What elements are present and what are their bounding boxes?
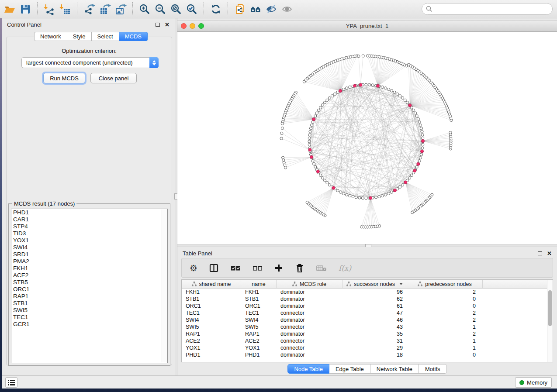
list-item[interactable]: SRD1 [11,251,167,258]
add-column-icon[interactable] [274,261,283,275]
open-session-icon[interactable] [2,2,17,17]
tab-edge-table[interactable]: Edge Table [329,364,370,374]
close-panel-icon[interactable]: ✕ [165,22,170,28]
tab-style[interactable]: Style [67,32,92,41]
column-label: shared name [199,281,231,287]
hide-selected-icon[interactable] [263,2,279,17]
export-image-icon[interactable] [113,2,128,17]
cell-predecessors: 2 [407,331,483,337]
cell-successors: 18 [343,352,407,358]
table-settings-icon[interactable]: ⚙ [190,261,197,275]
list-item[interactable]: GCR1 [11,321,167,328]
cell-name: SWI5 [241,324,277,330]
memory-status-icon [519,380,524,385]
cell-name: RAP1 [241,331,277,337]
column-header-predecessor-nodes[interactable]: predecessor nodes [407,280,483,288]
table-row[interactable]: PHD1PHD1dominator180 [182,351,553,358]
scrollbar-thumb[interactable] [548,290,552,326]
criterion-value: largest connected component (undirected) [22,59,149,66]
table-row[interactable]: ORC1ORC1dominator610 [182,303,553,309]
table-row[interactable]: SWI4SWI4dominator462 [182,316,553,323]
list-item[interactable]: TID3 [11,230,167,237]
unselect-all-rows-icon[interactable] [253,261,263,275]
tab-select[interactable]: Select [92,32,119,41]
table-toolbar: ⚙ f(x) [181,258,553,278]
show-all-icon[interactable] [279,2,295,17]
new-network-from-selection-icon[interactable] [232,2,248,17]
column-header-mcds-role[interactable]: MCDS role [277,280,343,288]
control-panel-title: Control Panel [7,21,42,28]
table-row[interactable]: YOX1YOX1connector291 [182,344,553,351]
save-session-icon[interactable] [17,2,33,17]
run-mcds-button[interactable]: Run MCDS [43,73,85,83]
cell-successors: 47 [343,310,407,316]
tab-mcds[interactable]: MCDS [119,32,148,41]
table-row[interactable]: ACE2ACE2connector311 [182,337,553,344]
float-panel-icon[interactable] [538,251,542,255]
search-box[interactable] [422,3,553,15]
list-item[interactable]: RAP1 [11,293,167,300]
tab-motifs[interactable]: Motifs [419,364,447,374]
list-item[interactable]: SWI4 [11,244,167,251]
table-row[interactable]: RAP1RAP1dominator352 [182,330,553,337]
show-panels-menu-button[interactable] [5,377,17,388]
list-item[interactable]: FKH1 [11,265,167,272]
export-network-icon[interactable] [81,2,97,17]
search-icon [426,6,432,12]
cell-name: YOX1 [241,345,277,351]
tree-icon [346,282,351,286]
list-item[interactable]: PHD1 [11,209,167,216]
cell-shared-name: ACE2 [182,338,241,344]
import-table-icon[interactable] [57,2,73,17]
list-item[interactable]: YOX1 [11,237,167,244]
zoom-selected-icon[interactable] [184,2,200,17]
column-header-successor-nodes[interactable]: successor nodes [343,280,407,288]
tab-node-table[interactable]: Node Table [287,364,329,374]
show-columns-icon[interactable] [209,261,219,275]
delete-column-icon[interactable] [295,261,304,275]
close-panel-icon[interactable]: ✕ [547,251,552,256]
cell-successors: 31 [343,338,407,344]
import-network-icon[interactable] [42,2,57,17]
cell-shared-name: STB1 [182,296,241,302]
cell-successors: 43 [343,324,407,330]
memory-button[interactable]: Memory [515,377,552,388]
table-row[interactable]: TEC1TEC1connector472 [182,309,553,316]
search-input[interactable] [435,4,552,14]
list-item[interactable]: STB1 [11,300,167,307]
zoom-out-icon[interactable] [152,2,168,17]
column-header-name[interactable]: name [241,280,277,288]
column-header-shared-name[interactable]: shared name [182,280,241,288]
export-table-icon[interactable] [97,2,113,17]
optimization-criterion-label: Optimization criterion: [7,48,172,54]
list-item[interactable]: TEC1 [11,314,167,321]
network-canvas[interactable] [177,32,557,244]
table-scrollbar[interactable] [547,280,553,362]
list-item[interactable]: STP4 [11,223,167,230]
list-scrollbar[interactable] [162,210,167,362]
table-row[interactable]: STB1STB1dominator620 [182,296,553,303]
list-item[interactable]: ACE2 [11,272,167,279]
control-panel: Control Panel ✕ Network Style Select MCD… [2,18,175,375]
apply-layout-icon[interactable] [208,2,224,17]
zoom-in-icon[interactable] [137,2,152,17]
cell-predecessors: 0 [407,296,483,302]
close-panel-button[interactable]: Close panel [90,73,137,83]
select-all-rows-icon[interactable] [231,261,241,275]
list-item[interactable]: STB5 [11,279,167,286]
table-row[interactable]: FKH1FKH1dominator962 [182,289,553,296]
list-item[interactable]: ORC1 [11,286,167,293]
zoom-fit-icon[interactable] [168,2,184,17]
float-panel-icon[interactable] [156,23,160,27]
tab-network[interactable]: Network [34,32,67,41]
network-window-titlebar[interactable]: YPA_prune.txt_1 [177,21,557,32]
first-neighbors-icon[interactable] [248,2,263,17]
list-item[interactable]: PMA2 [11,258,167,265]
table-row[interactable]: SWI5SWI5connector431 [182,323,553,330]
list-item[interactable]: SWI5 [11,307,167,314]
mcds-result-list[interactable]: PHD1 CAR1 STP4 TID3 YOX1 SWI4 SRD1 PMA2 … [11,209,168,363]
list-item[interactable]: CAR1 [11,216,167,223]
cell-predecessors: 0 [407,352,483,358]
criterion-dropdown[interactable]: largest connected component (undirected) [21,57,159,68]
tab-network-table[interactable]: Network Table [370,364,419,374]
